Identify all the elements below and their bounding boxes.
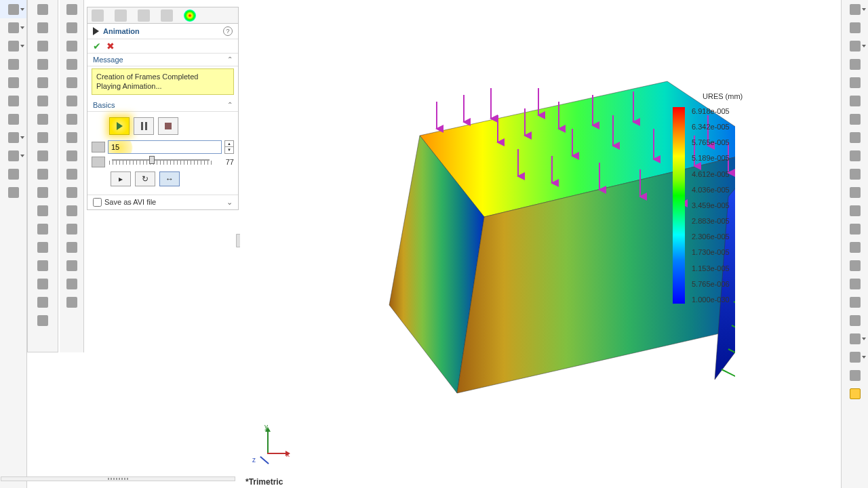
tool-btn-l3-8[interactable] xyxy=(60,128,83,146)
tab-appearance-icon[interactable] xyxy=(184,9,196,22)
tool-btn-l3-5[interactable] xyxy=(60,73,83,92)
tool-btn-l3-7[interactable] xyxy=(60,110,83,128)
tool-btn-l2-7[interactable] xyxy=(28,110,58,128)
tool-btn-l3-3[interactable] xyxy=(60,37,83,55)
tool-btn-r-5[interactable] xyxy=(842,73,868,92)
message-header-label: Message xyxy=(93,56,123,64)
tool-btn-r-10[interactable] xyxy=(842,165,868,183)
tab-property-icon[interactable] xyxy=(115,9,127,22)
tool-btn-l3-16[interactable] xyxy=(60,274,83,293)
reciprocate-button[interactable]: ↔ xyxy=(159,171,180,186)
frames-icon xyxy=(92,142,105,152)
tool-btn-l1-11[interactable] xyxy=(0,183,26,201)
tool-btn-r-19[interactable] xyxy=(842,329,868,348)
message-section-header[interactable]: Message ⌃ xyxy=(87,54,238,66)
tool-btn-l2-6[interactable] xyxy=(28,92,58,110)
tab-dim-icon[interactable] xyxy=(161,9,173,22)
play-button[interactable] xyxy=(109,117,130,135)
basics-body: ▲▼ 77 ▸ ↻ ↔ xyxy=(87,112,238,195)
tool-btn-l2-11[interactable] xyxy=(28,183,58,201)
tool-btn-l2-4[interactable] xyxy=(28,55,58,73)
tool-btn-l2-1[interactable] xyxy=(28,0,58,18)
speed-value: 77 xyxy=(216,158,234,166)
tool-btn-l2-12[interactable] xyxy=(28,201,58,220)
tool-btn-l1-3[interactable] xyxy=(0,37,26,55)
tool-btn-l3-15[interactable] xyxy=(60,256,83,274)
tool-btn-l2-14[interactable] xyxy=(28,238,58,256)
tool-btn-r-16[interactable] xyxy=(842,274,868,293)
tool-btn-r-8[interactable] xyxy=(842,128,868,146)
tool-btn-l2-5[interactable] xyxy=(28,73,58,92)
stop-button[interactable] xyxy=(158,117,178,135)
tool-btn-r-2[interactable] xyxy=(842,18,868,37)
tool-btn-l1-5[interactable] xyxy=(0,73,26,92)
speed-row: 77 xyxy=(92,157,234,167)
tool-btn-l3-2[interactable] xyxy=(60,18,83,37)
tab-feature-icon[interactable] xyxy=(92,9,104,22)
tool-btn-r-4[interactable] xyxy=(842,55,868,73)
tool-btn-l2-13[interactable] xyxy=(28,220,58,238)
tool-btn-l1-6[interactable] xyxy=(0,92,26,110)
tool-btn-l1-4[interactable] xyxy=(0,55,26,73)
pause-button[interactable] xyxy=(134,117,154,135)
tool-btn-l2-9[interactable] xyxy=(28,146,58,165)
orientation-label: *Trimetric xyxy=(245,477,283,487)
tool-btn-l2-8[interactable] xyxy=(28,128,58,146)
help-button[interactable]: ? xyxy=(223,26,233,36)
tool-btn-l1-10[interactable] xyxy=(0,165,26,183)
tool-btn-l3-10[interactable] xyxy=(60,165,83,183)
tool-btn-r-20[interactable] xyxy=(842,348,868,366)
tool-btn-l3-11[interactable] xyxy=(60,183,83,201)
tool-btn-l2-15[interactable] xyxy=(28,256,58,274)
tool-btn-l3-9[interactable] xyxy=(60,146,83,165)
tool-btn-l3-14[interactable] xyxy=(60,238,83,256)
tool-btn-l2-17[interactable] xyxy=(28,293,58,311)
tool-btn-l3-17[interactable] xyxy=(60,293,83,311)
tool-btn-l1-7[interactable] xyxy=(0,110,26,128)
tool-btn-r-12[interactable] xyxy=(842,201,868,220)
graphics-viewport[interactable]: URES (mm) 6.918e-005 6.342e-005 5.765e-0… xyxy=(240,0,841,488)
tool-btn-l2-10[interactable] xyxy=(28,165,58,183)
tool-btn-r-18[interactable] xyxy=(842,311,868,329)
left-toolbar-1 xyxy=(0,0,27,488)
tool-btn-r-9[interactable] xyxy=(842,146,868,165)
play-once-button[interactable]: ▸ xyxy=(111,171,131,186)
frames-input[interactable] xyxy=(108,140,222,154)
orientation-triad[interactable]: y x z xyxy=(251,427,285,461)
tool-btn-r-3[interactable] xyxy=(842,37,868,55)
basics-section-header[interactable]: Basics ⌃ xyxy=(87,99,238,112)
frames-spinner[interactable]: ▲▼ xyxy=(224,140,234,154)
tool-btn-l2-18[interactable] xyxy=(28,311,58,329)
tool-btn-l3-6[interactable] xyxy=(60,92,83,110)
ok-button[interactable]: ✔ xyxy=(93,41,101,52)
tool-btn-l2-16[interactable] xyxy=(28,274,58,293)
tab-config-icon[interactable] xyxy=(138,9,150,22)
tool-btn-l1-8[interactable] xyxy=(0,128,26,146)
tool-btn-r-7[interactable] xyxy=(842,110,868,128)
tool-btn-l1-1[interactable] xyxy=(0,0,26,18)
tool-btn-r-11[interactable] xyxy=(842,183,868,201)
tool-btn-l3-13[interactable] xyxy=(60,220,83,238)
tool-btn-r-21[interactable] xyxy=(842,366,868,384)
tool-btn-r-14[interactable] xyxy=(842,238,868,256)
speed-slider[interactable] xyxy=(112,159,210,161)
tool-btn-l3-12[interactable] xyxy=(60,201,83,220)
loop-button[interactable]: ↻ xyxy=(135,171,155,186)
tool-btn-l2-2[interactable] xyxy=(28,18,58,37)
tool-btn-r-17[interactable] xyxy=(842,293,868,311)
save-avi-row[interactable]: Save as AVI file ⌄ xyxy=(87,195,238,209)
tool-btn-l1-2[interactable] xyxy=(0,18,26,37)
save-avi-checkbox[interactable] xyxy=(93,198,102,207)
tool-btn-r-1[interactable] xyxy=(842,0,868,18)
tool-btn-l3-1[interactable] xyxy=(60,0,83,18)
cancel-button[interactable]: ✖ xyxy=(106,41,115,52)
tool-btn-r-15[interactable] xyxy=(842,256,868,274)
panel-splitter[interactable] xyxy=(1,476,235,481)
tool-btn-l1-9[interactable] xyxy=(0,146,26,165)
tool-btn-l3-4[interactable] xyxy=(60,55,83,73)
tool-btn-r-13[interactable] xyxy=(842,220,868,238)
tool-btn-r-6[interactable] xyxy=(842,92,868,110)
tool-btn-r-22[interactable] xyxy=(842,384,868,403)
axis-z-label: z xyxy=(252,456,256,464)
tool-btn-l2-3[interactable] xyxy=(28,37,58,55)
